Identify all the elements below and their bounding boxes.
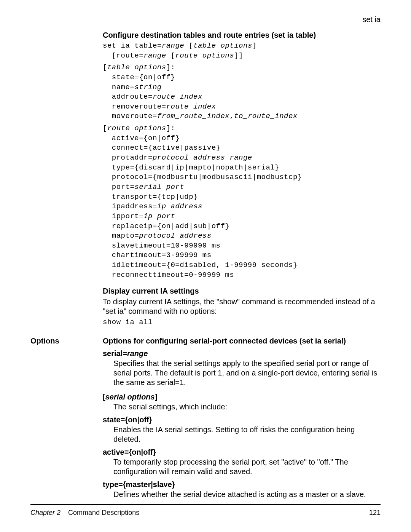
code-text: [ xyxy=(103,63,107,72)
code-italic: string xyxy=(134,83,161,91)
code-text: name= xyxy=(103,83,134,91)
heading-display: Display current IA settings xyxy=(103,287,381,296)
code-italic: route options xyxy=(107,124,166,133)
code-block-1: set ia table=range [table options] [rout… xyxy=(103,41,381,61)
code-italic: range xyxy=(143,51,166,60)
code-italic: from_route_index xyxy=(157,112,229,120)
opt-serialopts-title: [serial options] xyxy=(103,393,381,401)
code-italic: range xyxy=(162,42,185,50)
opt-serial-desc: Specifies that the serial settings apply… xyxy=(113,359,381,387)
code-text: ]: xyxy=(166,63,175,72)
code-line: active={on|off} xyxy=(103,134,180,142)
code-block-2: [table options]: state={on|off} name=str… xyxy=(103,63,381,121)
code-italic: ip port xyxy=(143,212,175,220)
code-text: ] xyxy=(252,42,257,50)
code-block-3: [route options]: active={on|off} connect… xyxy=(103,124,381,280)
code-italic: ip address xyxy=(157,202,202,211)
code-line: chartimeout=3-99999 ms xyxy=(103,251,212,259)
opt-serial-title: serial=range xyxy=(103,349,381,358)
code-text: ipaddress= xyxy=(103,202,157,211)
heading-configure: Configure destination tables and route e… xyxy=(103,31,381,40)
code-text: [ xyxy=(103,124,107,133)
code-line: slavetimeout=10-99999 ms xyxy=(103,241,220,250)
code-line: idletimeout={0=disabled, 1-99999 seconds… xyxy=(103,261,298,269)
code-text: moveroute= xyxy=(103,112,157,120)
code-italic: route options xyxy=(175,51,234,60)
code-line: connect={active|passive} xyxy=(103,144,220,152)
footer-page: 121 xyxy=(369,509,381,517)
code-italic: route index xyxy=(166,102,216,111)
opt-title-bracket: ] xyxy=(155,393,158,401)
code-text: mapto= xyxy=(103,232,139,240)
code-text: [ xyxy=(166,51,175,60)
footer-chapter-title: Command Descriptions xyxy=(68,509,139,516)
opt-title-italic: range xyxy=(127,349,148,358)
opt-title-italic: serial options xyxy=(105,393,155,401)
code-text: ]] xyxy=(234,51,243,60)
code-italic: route index xyxy=(153,93,202,101)
opt-title-bracket: [ xyxy=(103,393,105,401)
opt-active-title: active={on|off} xyxy=(103,448,381,457)
heading-options: Options for configuring serial-port conn… xyxy=(103,337,381,345)
code-italic: to_route_index xyxy=(234,112,298,120)
code-italic: protocol address range xyxy=(153,153,252,162)
footer: Chapter 2 Command Descriptions 121 xyxy=(30,504,381,517)
footer-chapter-label: Chapter 2 xyxy=(30,509,61,516)
opt-active-desc: To temporarily stop processing the seria… xyxy=(113,457,381,476)
code-text: [route= xyxy=(103,51,143,60)
opt-serialopts-desc: The serial settings, which include: xyxy=(113,402,381,412)
code-line: transport={tcp|udp} xyxy=(103,193,198,201)
section-label-options: Options xyxy=(30,337,59,345)
code-line: reconnecttimeout=0-99999 ms xyxy=(103,271,234,279)
code-italic: table options xyxy=(107,63,166,72)
code-text: set ia table= xyxy=(103,42,162,50)
code-text: port= xyxy=(103,183,134,191)
code-line: state={on|off} xyxy=(103,73,175,81)
header-right: set ia xyxy=(30,15,381,24)
code-text: ipport= xyxy=(103,212,143,220)
code-text: [ xyxy=(184,42,193,50)
display-body: To display current IA settings, the "sho… xyxy=(103,297,381,316)
code-line: replaceip={on|add|sub|off} xyxy=(103,222,229,230)
code-text: addroute= xyxy=(103,93,153,101)
opt-state-desc: Enables the IA serial settings. Setting … xyxy=(113,425,381,444)
opt-type-desc: Defines whether the serial device attach… xyxy=(113,490,381,499)
opt-title-plain: serial= xyxy=(103,349,127,358)
code-show: show ia all xyxy=(103,318,381,328)
code-line: protocol={modbusrtu|modbusascii|modbustc… xyxy=(103,173,302,181)
code-text: , xyxy=(229,112,234,120)
code-line: type={discard|ip|mapto|nopath|serial} xyxy=(103,163,279,172)
footer-left: Chapter 2 Command Descriptions xyxy=(30,509,139,517)
code-text: protaddr= xyxy=(103,153,153,162)
code-text: ]: xyxy=(166,124,175,133)
code-italic: serial port xyxy=(134,183,184,191)
opt-type-title: type={master|slave} xyxy=(103,480,381,489)
code-italic: protocol address xyxy=(139,232,211,240)
code-italic: table options xyxy=(193,42,252,50)
opt-state-title: state={on|off} xyxy=(103,415,381,424)
code-text: removeroute= xyxy=(103,102,166,111)
